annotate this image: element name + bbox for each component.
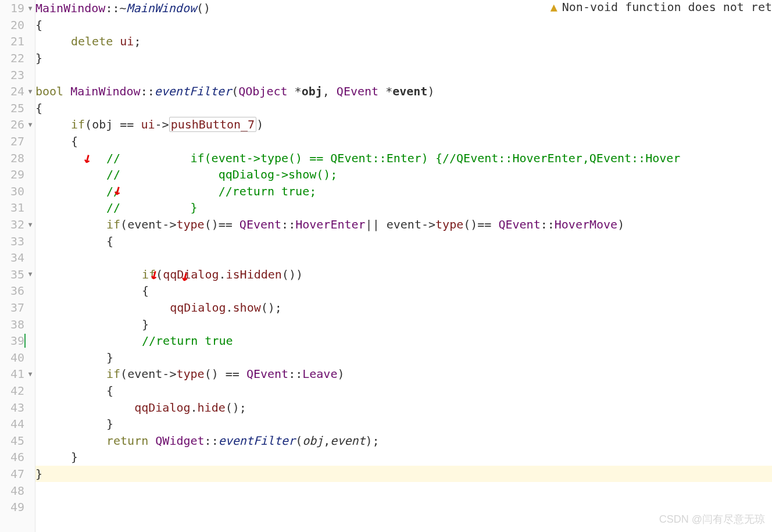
code-line[interactable]: { <box>35 17 772 34</box>
code-line[interactable]: } <box>35 349 772 366</box>
inline-warning: ▲Non-void function does not ret <box>551 0 772 14</box>
code-line[interactable]: } <box>35 316 772 333</box>
code-line[interactable]: { <box>35 133 772 150</box>
function-name: eventFilter <box>155 84 231 98</box>
comment: // if(event->type() == QEvent::Enter) {/… <box>106 151 680 165</box>
code-line[interactable]: // qqDialog->show(); <box>35 166 772 183</box>
keyword-bool: bool <box>35 84 63 98</box>
code-line[interactable]: { <box>35 233 772 249</box>
code-line[interactable]: if(event->type() == QEvent::Leave) <box>35 366 772 383</box>
warning-text: Non-void function does not ret <box>562 0 772 14</box>
code-line[interactable]: //return true <box>35 333 772 349</box>
warning-icon: ▲ <box>551 0 562 14</box>
code-line[interactable] <box>35 482 772 499</box>
code-line[interactable]: qqDialog.show(); <box>35 299 772 316</box>
code-line[interactable]: { <box>35 383 772 399</box>
code-area[interactable]: MainWindow::~MainWindow() { delete ui; }… <box>35 0 772 532</box>
code-line[interactable]: // //return true; <box>35 183 772 200</box>
class-name: MainWindow <box>35 1 105 15</box>
code-line[interactable]: bool MainWindow::eventFilter(QObject *ob… <box>35 83 772 100</box>
code-line[interactable]: { <box>35 283 772 299</box>
code-line[interactable]: if(obj == ui->pushButton_7) <box>35 116 772 133</box>
boxed-identifier: pushButton_7 <box>169 117 257 132</box>
code-line[interactable]: qqDialog.hide(); <box>35 399 772 416</box>
code-line[interactable] <box>35 66 772 83</box>
code-line[interactable]: { <box>35 100 772 117</box>
code-line[interactable] <box>35 249 772 266</box>
watermark: CSDN @闫有尽意无琼 <box>659 512 765 526</box>
keyword-delete: delete <box>71 34 113 48</box>
line-number-gutter[interactable]: 19▼2021222324▼2526▼272829303132▼333435▼3… <box>0 0 35 532</box>
code-line-warning[interactable]: } ▲Non-void function does not ret <box>35 466 772 483</box>
code-line[interactable]: if(event->type()== QEvent::HoverEnter|| … <box>35 216 772 233</box>
code-line[interactable]: return QWidget::eventFilter(obj,event); <box>35 432 772 449</box>
code-line[interactable]: } <box>35 449 772 466</box>
code-line[interactable]: } <box>35 416 772 433</box>
code-line[interactable]: // } <box>35 199 772 216</box>
code-editor[interactable]: 19▼2021222324▼2526▼272829303132▼333435▼3… <box>0 0 772 532</box>
identifier-ui: ui <box>120 34 134 48</box>
destructor-name: MainWindow <box>127 1 196 15</box>
code-line[interactable]: delete ui; <box>35 33 772 50</box>
code-line[interactable]: } <box>35 50 772 67</box>
code-line[interactable]: // if(event->type() == QEvent::Enter) {/… <box>35 149 772 166</box>
